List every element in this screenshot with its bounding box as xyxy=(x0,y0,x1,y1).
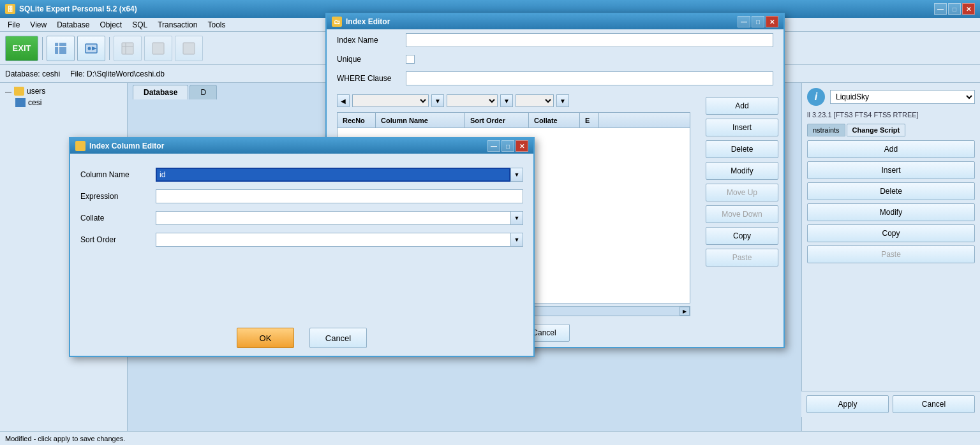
col-column-name: Column Name xyxy=(376,113,465,128)
index-editor-right-panel: Add Insert Delete Modify Move Up Move Do… xyxy=(701,92,783,347)
column-editor-controls: — □ ✕ xyxy=(487,140,528,152)
app-window: 🗄 SQLite Expert Personal 5.2 (x64) — □ ✕… xyxy=(0,0,980,445)
col-collate: Collate xyxy=(529,113,580,128)
tab-database[interactable]: Database xyxy=(133,85,188,99)
liquidsky-dropdown[interactable]: LiquidSky xyxy=(830,90,975,104)
sort-order-label: Sort Order xyxy=(80,235,151,244)
maximize-button[interactable]: □ xyxy=(948,3,961,15)
version-text: ll 3.23.1 [FTS3 FTS4 FTS5 RTREE] xyxy=(807,111,975,119)
minimize-button[interactable]: — xyxy=(934,3,947,15)
folder-icon xyxy=(14,87,24,96)
col-e: E xyxy=(580,113,599,128)
column-editor-close[interactable]: ✕ xyxy=(516,140,528,152)
menu-file[interactable]: File xyxy=(3,19,25,31)
insert-button[interactable]: Insert xyxy=(706,119,778,136)
paste-button[interactable]: Paste xyxy=(706,249,778,266)
column-name-label: Column Name xyxy=(80,170,151,179)
scroll-down-btn[interactable]: ▼ xyxy=(431,94,444,107)
column-editor-buttons: OK Cancel xyxy=(70,320,533,356)
toolbar-separator-2 xyxy=(109,37,110,60)
where-clause-label: WHERE Clause xyxy=(337,74,401,83)
column-name-dropdown-btn[interactable]: ▼ xyxy=(510,168,523,182)
sort-order-field-wrapper: ▼ xyxy=(156,233,523,247)
svg-rect-0 xyxy=(55,43,66,54)
table-icon xyxy=(15,98,26,107)
tab-d[interactable]: D xyxy=(189,85,217,99)
collate-dropdown[interactable] xyxy=(516,94,554,107)
sort-order-row: Sort Order ▼ xyxy=(70,229,533,251)
col-recno: RecNo xyxy=(338,113,376,128)
tree-item-cesi[interactable]: cesi xyxy=(3,97,124,108)
collate-dropdown-btn[interactable]: ▼ xyxy=(510,211,523,225)
toolbar-button-1[interactable] xyxy=(47,36,75,61)
file-label: File: D:\SqliteWord\ceshi.db xyxy=(70,69,165,78)
toolbar-button-4[interactable] xyxy=(144,36,172,61)
unique-checkbox[interactable] xyxy=(406,55,415,64)
move-up-button[interactable]: Move Up xyxy=(706,184,778,201)
scroll-collate-btn[interactable]: ▼ xyxy=(500,94,513,107)
add-button[interactable]: Add xyxy=(706,97,778,115)
hscroll-right[interactable]: ▶ xyxy=(679,307,690,316)
expression-field[interactable] xyxy=(156,189,523,203)
column-editor-maximize[interactable]: □ xyxy=(501,140,514,152)
menu-object[interactable]: Object xyxy=(95,19,128,31)
where-clause-input[interactable] xyxy=(406,71,773,85)
index-name-label: Index Name xyxy=(337,36,401,45)
window-controls: — □ ✕ xyxy=(934,3,975,15)
grid-header: RecNo Column Name Sort Order Collate E xyxy=(338,113,690,128)
right-insert-button[interactable]: Insert xyxy=(807,161,975,179)
right-paste-button[interactable]: Paste xyxy=(807,245,975,263)
tree-collapse[interactable]: — users xyxy=(3,85,124,97)
right-modify-button[interactable]: Modify xyxy=(807,203,975,221)
menu-database[interactable]: Database xyxy=(52,19,94,31)
apply-button[interactable]: Apply xyxy=(806,395,889,413)
col-sort-order: Sort Order xyxy=(465,113,529,128)
menu-tools[interactable]: Tools xyxy=(202,19,230,31)
right-cancel-button[interactable]: Cancel xyxy=(893,395,975,413)
tab-constraints[interactable]: nstraints xyxy=(807,124,845,136)
scroll-right-btn[interactable]: ▼ xyxy=(556,94,569,107)
status-bar: Modified - click apply to save changes. xyxy=(0,431,980,445)
app-icon: 🗄 xyxy=(5,4,15,14)
index-name-row: Index Name xyxy=(327,29,783,51)
exit-button[interactable]: EXIT xyxy=(5,36,38,61)
toolbar-button-3[interactable] xyxy=(114,36,142,61)
close-button[interactable]: ✕ xyxy=(962,3,975,15)
info-icon: i xyxy=(807,88,825,106)
index-editor-close[interactable]: ✕ xyxy=(766,16,778,27)
column-editor-minimize[interactable]: — xyxy=(487,140,500,152)
modify-button[interactable]: Modify xyxy=(706,162,778,180)
app-title: SQLite Expert Personal 5.2 (x64) xyxy=(19,4,137,13)
index-editor-title: Index Editor xyxy=(346,17,390,26)
column-editor-spacer xyxy=(70,251,533,327)
sort-order-dropdown-btn[interactable]: ▼ xyxy=(510,233,523,247)
copy-button[interactable]: Copy xyxy=(706,227,778,245)
right-add-button[interactable]: Add xyxy=(807,140,975,158)
toolbar-button-2[interactable] xyxy=(77,36,105,61)
column-name-row: Column Name ▼ xyxy=(70,164,533,186)
column-editor-cancel-button[interactable]: Cancel xyxy=(309,328,367,348)
move-down-button[interactable]: Move Down xyxy=(706,205,778,223)
index-editor-icon: 🗂 xyxy=(332,17,342,27)
tab-change-script[interactable]: Change Script xyxy=(847,124,906,136)
menu-view[interactable]: View xyxy=(25,19,52,31)
sort-order-dropdown[interactable] xyxy=(447,94,498,107)
scroll-left-btn[interactable]: ◀ xyxy=(337,94,350,107)
index-editor-minimize[interactable]: — xyxy=(738,16,750,27)
column-editor-ok-button[interactable]: OK xyxy=(237,328,294,348)
index-name-input[interactable] xyxy=(406,33,773,47)
right-delete-button[interactable]: Delete xyxy=(807,182,975,200)
toolbar-button-5[interactable] xyxy=(175,36,203,61)
tree-item-users[interactable]: users xyxy=(27,87,45,96)
menu-sql[interactable]: SQL xyxy=(127,19,152,31)
collate-field[interactable] xyxy=(156,211,510,225)
index-editor-maximize[interactable]: □ xyxy=(752,16,764,27)
right-copy-button[interactable]: Copy xyxy=(807,224,975,242)
sort-order-field[interactable] xyxy=(156,233,510,247)
svg-rect-8 xyxy=(152,43,164,54)
column-name-field[interactable] xyxy=(156,168,510,182)
delete-button[interactable]: Delete xyxy=(706,140,778,158)
column-name-dropdown[interactable] xyxy=(352,94,429,107)
index-editor-title-bar: 🗂 Index Editor — □ ✕ xyxy=(327,14,783,29)
menu-transaction[interactable]: Transaction xyxy=(152,19,202,31)
